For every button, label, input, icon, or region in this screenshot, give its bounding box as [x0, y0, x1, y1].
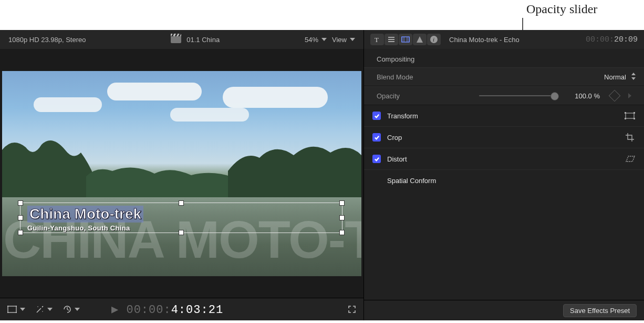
resize-handle[interactable]: [179, 230, 184, 235]
inspector-header: T i China Moto-trek - Echo 00:00:20:09: [364, 30, 644, 49]
blend-mode-label: Blend Mode: [377, 73, 455, 81]
zoom-value: 54%: [305, 36, 318, 44]
resize-handle[interactable]: [179, 200, 184, 206]
timecode-main: 4:03:21: [171, 304, 223, 317]
retime-tool-menu[interactable]: [63, 305, 80, 314]
inspector-tabs: T i: [370, 34, 441, 45]
decor-cloud: [107, 83, 202, 100]
decor-cloud: [34, 97, 102, 112]
crop-icon[interactable]: [624, 133, 636, 142]
chevron-down-icon: [75, 308, 80, 311]
opacity-row: Opacity 100.0 %: [364, 86, 644, 105]
tab-color[interactable]: [413, 34, 427, 45]
svg-point-5: [42, 306, 43, 307]
duration-main: 20:09: [614, 35, 638, 44]
clapperboard-icon: [171, 36, 181, 43]
svg-rect-14: [633, 112, 635, 114]
blend-mode-select[interactable]: Normal: [604, 73, 626, 81]
svg-text:T: T: [375, 36, 379, 44]
format-label: 1080p HD 23.98p, Stereo: [8, 36, 86, 44]
distort-row[interactable]: Distort: [364, 148, 644, 170]
svg-rect-3: [7, 312, 8, 313]
crop-label: Crop: [387, 134, 402, 142]
fullscreen-button[interactable]: [348, 305, 356, 314]
distort-label: Distort: [387, 155, 407, 163]
playhead-timecode[interactable]: ▶ 00:00:4:03:21: [111, 302, 223, 317]
transform-tool-menu[interactable]: [7, 306, 25, 313]
resize-handle[interactable]: [18, 200, 23, 206]
keyframe-next-icon[interactable]: [628, 93, 631, 98]
svg-point-7: [42, 311, 43, 312]
tab-text[interactable]: T: [370, 34, 384, 45]
transform-checkbox[interactable]: [372, 112, 381, 120]
transform-label: Transform: [387, 112, 418, 120]
crop-row[interactable]: Crop: [364, 127, 644, 148]
svg-rect-2: [16, 306, 17, 307]
svg-text:i: i: [433, 36, 434, 43]
svg-rect-0: [8, 306, 16, 312]
enhance-tool-menu[interactable]: [36, 305, 53, 314]
svg-point-6: [37, 306, 38, 307]
viewer-footer: ▶ 00:00:4:03:21: [0, 298, 363, 320]
resize-handle[interactable]: [339, 200, 345, 206]
chevron-down-icon: [47, 308, 53, 311]
tab-generator[interactable]: [385, 34, 398, 45]
inspector-footer: Save Effects Preset: [364, 300, 644, 320]
view-menu[interactable]: View: [332, 36, 355, 44]
inspector-body: Compositing Blend Mode Normal Opacity 10…: [364, 49, 644, 300]
opacity-label: Opacity: [377, 92, 455, 100]
opacity-value[interactable]: 100.0 %: [563, 92, 600, 100]
zoom-menu[interactable]: 54%: [305, 36, 327, 44]
chevron-down-icon: [350, 38, 355, 41]
clip-name: 01.1 China: [186, 36, 220, 44]
callout-label: Opacity slider: [526, 2, 597, 16]
tab-video[interactable]: [399, 34, 412, 45]
save-effects-preset-button[interactable]: Save Effects Preset: [563, 304, 637, 317]
tab-info[interactable]: i: [427, 34, 441, 45]
svg-rect-9: [402, 37, 409, 42]
resize-handle[interactable]: [339, 215, 345, 220]
viewer-pane: 1080p HD 23.98p, Stereo 01.1 China 54% V…: [0, 30, 364, 320]
decor-cloud: [223, 87, 328, 108]
viewer-header: 1080p HD 23.98p, Stereo 01.1 China 54% V…: [0, 30, 363, 49]
svg-rect-1: [7, 306, 8, 307]
svg-rect-13: [625, 112, 626, 114]
svg-rect-12: [626, 113, 634, 118]
svg-rect-16: [633, 118, 635, 119]
timecode-prefix: ▶ 00:00:: [111, 304, 171, 317]
spatial-conform-label: Spatial Conform: [387, 177, 436, 185]
decor-cloud: [170, 108, 249, 122]
title-subtitle-text[interactable]: Guilin-Yangshuo, South China: [27, 224, 130, 232]
duration-prefix: 00:00:: [586, 35, 614, 44]
distort-icon[interactable]: [624, 155, 636, 163]
crop-checkbox[interactable]: [372, 133, 381, 142]
video-frame[interactable]: CHINA MOTO-TREK China Moto-trek Guilin-Y…: [2, 71, 361, 276]
app-frame: 1080p HD 23.98p, Stereo 01.1 China 54% V…: [0, 30, 644, 320]
chevron-down-icon: [321, 38, 327, 41]
chevron-down-icon: [20, 308, 25, 311]
resize-handle[interactable]: [339, 230, 345, 235]
view-label: View: [332, 36, 347, 44]
opacity-slider[interactable]: [479, 91, 558, 100]
viewer-body: CHINA MOTO-TREK China Moto-trek Guilin-Y…: [0, 49, 363, 298]
compositing-section-title: Compositing: [364, 49, 644, 67]
title-main-text[interactable]: China Moto-trek: [27, 206, 143, 223]
spatial-conform-row[interactable]: Spatial Conform: [364, 170, 644, 191]
resize-handle[interactable]: [18, 230, 23, 235]
inspector-pane: T i China Moto-trek - Echo 00:00:20:09 C…: [364, 30, 644, 320]
transform-row[interactable]: Transform: [364, 105, 644, 127]
slider-thumb[interactable]: [550, 92, 559, 100]
inspector-duration: 00:00:20:09: [586, 35, 638, 44]
resize-handle[interactable]: [18, 215, 23, 220]
transform-icon[interactable]: [624, 112, 636, 120]
svg-rect-15: [625, 118, 626, 119]
blend-mode-row: Blend Mode Normal: [364, 67, 644, 86]
decor-mountains: [2, 134, 361, 197]
keyframe-diamond-icon[interactable]: [609, 90, 621, 102]
distort-checkbox[interactable]: [372, 155, 381, 163]
svg-rect-4: [16, 312, 17, 313]
inspector-clip-title: China Moto-trek - Echo: [449, 36, 520, 44]
